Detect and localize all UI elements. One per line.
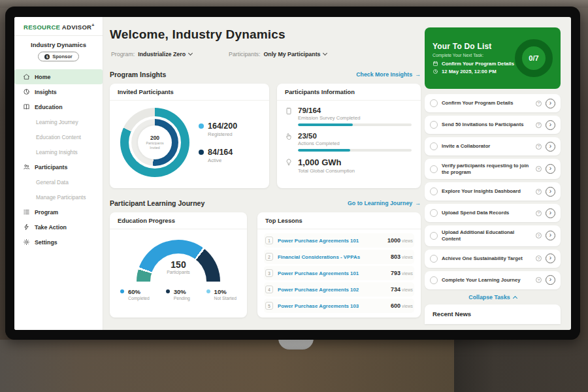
sponsor-badge-label: Sponsor <box>52 54 72 59</box>
card-title: Top Lessons <box>257 212 421 229</box>
task-item[interactable]: Explore Your Insights Dashboard ? › <box>425 182 561 201</box>
task-item[interactable]: Invite a Collaborator ? › <box>425 137 561 155</box>
calendar-icon <box>433 61 438 67</box>
lesson-link[interactable]: Power Purchase Agreements 101 <box>278 238 383 244</box>
sidebar-item-education-content[interactable]: Education Content <box>14 129 103 144</box>
donut-chart: 200 Participants Invited <box>120 108 189 177</box>
check-more-insights-link[interactable]: Check More Insights → <box>356 71 421 78</box>
donut-center-value: 200 <box>150 135 159 141</box>
task-checkbox[interactable] <box>430 188 438 195</box>
sidebar-item-participants[interactable]: Participants <box>14 159 103 174</box>
info-icon[interactable]: ? <box>536 166 542 172</box>
lesson-row: 2 Financial Considerations - VPPAs 803vi… <box>264 250 414 264</box>
sidebar-item-settings[interactable]: Settings <box>14 235 103 250</box>
sidebar-item-learning-journey[interactable]: Learning Journey <box>14 114 103 129</box>
sidebar-item-insights[interactable]: Insights <box>14 84 103 99</box>
chevron-right-button[interactable]: › <box>546 164 555 174</box>
chevron-right-button[interactable]: › <box>546 253 555 263</box>
stat-global-consumption: 1,000 GWh Total Global Consumption <box>285 157 412 176</box>
lesson-row: 1 Power Purchase Agreements 101 1000view… <box>264 233 414 248</box>
info-icon[interactable]: ? <box>536 233 542 238</box>
sidebar-nav: Home Insights Education Learning Journey… <box>14 69 103 250</box>
sidebar-item-learning-insights[interactable]: Learning Insights <box>14 144 103 159</box>
recent-news-card: Recent News <box>425 304 561 324</box>
task-checkbox[interactable] <box>430 209 438 217</box>
todo-progress-value: 0/7 <box>529 54 538 62</box>
info-icon[interactable]: ? <box>536 210 542 216</box>
recent-news-title: Recent News <box>433 310 553 318</box>
lesson-rank: 3 <box>265 269 273 277</box>
chevron-right-button[interactable]: › <box>546 231 555 240</box>
chevron-right-button[interactable]: › <box>546 275 555 285</box>
task-checkbox[interactable] <box>430 232 438 240</box>
invited-donut-chart: 200 Participants Invited 164/200 Registe… <box>110 101 269 177</box>
task-checkbox[interactable] <box>430 276 438 284</box>
legend-dot <box>120 289 124 293</box>
sidebar: RESOURCE ADVISOR+ Industry Dynamics $ Sp… <box>14 17 103 330</box>
task-item[interactable]: Verify participants requesting to join t… <box>425 159 561 179</box>
lesson-link[interactable]: Power Purchase Agreements 102 <box>278 287 386 293</box>
sponsor-badge[interactable]: $ Sponsor <box>38 52 78 61</box>
card-title: Participants Information <box>277 84 421 101</box>
top-lessons-card: Top Lessons 1 Power Purchase Agreements … <box>257 212 421 318</box>
info-icon[interactable]: ? <box>536 277 542 283</box>
info-icon[interactable]: ? <box>536 189 542 195</box>
task-item[interactable]: Upload Additional Educational Content ? … <box>425 225 561 246</box>
photo-background-desk <box>0 340 454 392</box>
sidebar-item-education[interactable]: Education <box>14 99 103 114</box>
chevron-right-button[interactable]: › <box>546 142 555 152</box>
task-checkbox[interactable] <box>430 255 438 263</box>
chevron-right-button[interactable]: › <box>546 187 555 197</box>
program-insights-header: Program Insights Check More Insights → <box>110 71 421 78</box>
task-item[interactable]: Complete Your Learning Journey ? › <box>425 271 561 289</box>
lesson-link[interactable]: Financial Considerations - VPPAs <box>278 254 386 260</box>
progress-bar <box>298 149 412 152</box>
legend-pending: 30% Pending <box>166 288 190 301</box>
sidebar-item-general-data[interactable]: General Data <box>14 174 103 189</box>
task-item[interactable]: Send 50 Invitations to Participants ? › <box>425 116 561 134</box>
task-checkbox[interactable] <box>430 121 438 129</box>
info-icon[interactable]: ? <box>536 144 542 150</box>
info-icon[interactable]: ? <box>536 255 542 261</box>
invited-participants-card: Invited Participants 200 Participants In… <box>110 84 269 188</box>
arrow-right-icon: → <box>415 71 421 78</box>
lesson-link[interactable]: Power Purchase Agreements 103 <box>278 303 386 309</box>
filter-row: Program: Industrialize Zero Participants… <box>111 51 327 57</box>
info-icon[interactable]: ? <box>536 122 542 128</box>
lesson-list: 1 Power Purchase Agreements 101 1000view… <box>257 229 421 313</box>
progress-bar <box>298 123 412 126</box>
legend-dot <box>199 123 204 129</box>
profile-block: Industry Dynamics $ Sponsor <box>14 36 103 68</box>
task-checkbox[interactable] <box>430 142 438 150</box>
clock-icon <box>433 69 438 74</box>
collapse-tasks-link[interactable]: Collapse Tasks <box>425 294 561 301</box>
task-item[interactable]: Achieve One Sustainability Target ? › <box>425 250 561 268</box>
chevron-right-button[interactable]: › <box>546 208 555 218</box>
chevron-right-button[interactable]: › <box>546 120 555 130</box>
task-checkbox[interactable] <box>430 165 438 173</box>
todo-title: Your To Do List <box>433 42 514 51</box>
go-to-learning-journey-link[interactable]: Go to Learning Journey → <box>348 200 421 206</box>
chevron-up-icon <box>513 295 517 300</box>
lesson-link[interactable]: Power Purchase Agreements 101 <box>278 270 386 276</box>
legend-not-started: 10% Not Started <box>206 288 237 301</box>
task-checkbox[interactable] <box>430 99 438 107</box>
program-select[interactable]: Program: Industrialize Zero <box>111 51 192 57</box>
sidebar-item-program[interactable]: Program <box>14 204 103 220</box>
sidebar-item-take-action[interactable]: Take Action <box>14 220 103 235</box>
info-icon[interactable]: ? <box>536 101 542 106</box>
participants-select[interactable]: Participants: Only My Participants <box>229 51 327 57</box>
chevron-down-icon <box>188 51 193 56</box>
task-item[interactable]: Upload Spend Data Records ? › <box>425 204 561 222</box>
sidebar-item-manage-participants[interactable]: Manage Participants <box>14 189 103 204</box>
legend-dot <box>199 150 204 155</box>
todo-progress-ring: 0/7 <box>515 39 553 77</box>
task-item[interactable]: Confirm Your Program Details ? › <box>425 94 561 112</box>
chevron-right-button[interactable]: › <box>546 99 555 108</box>
home-icon <box>23 73 30 80</box>
sidebar-item-home[interactable]: Home <box>14 69 103 84</box>
legend-completed: 60% Completed <box>120 288 150 301</box>
insights-icon <box>23 88 30 95</box>
stat-list: 79/164 Emission Survey Completed 23/50 A… <box>277 101 421 176</box>
lesson-row: 3 Power Purchase Agreements 101 793views <box>264 266 414 280</box>
